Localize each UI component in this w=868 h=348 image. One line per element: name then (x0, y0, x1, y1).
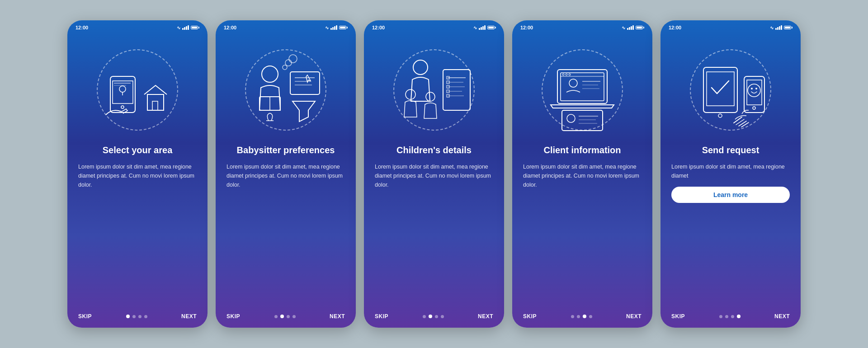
svg-point-16 (285, 60, 292, 66)
skip-button-2[interactable]: SKIP (226, 313, 240, 320)
skip-button-1[interactable]: SKIP (78, 313, 92, 320)
svg-point-44 (567, 114, 575, 122)
time-3: 12:00 (372, 25, 385, 30)
text-area-2: Babysitter preferences Lorem ipsum dolor… (216, 144, 356, 307)
bottom-nav-4: SKIP NEXT (512, 307, 652, 328)
phone-screen-2: 12:00 ∿ (216, 20, 356, 328)
svg-point-15 (283, 65, 287, 70)
dot-5-3 (731, 315, 734, 318)
status-bar-3: 12:00 ∿ (364, 20, 504, 32)
dot-2-2 (280, 315, 284, 318)
learn-more-button[interactable]: Learn more (671, 187, 790, 203)
bottom-nav-1: SKIP NEXT (67, 307, 208, 328)
svg-point-17 (289, 55, 297, 63)
screen-title-3: Children's details (375, 144, 493, 156)
skip-button-3[interactable]: SKIP (375, 313, 388, 320)
children-icon (389, 47, 479, 133)
send-request-icon (685, 47, 776, 133)
text-area-5: Send request Lorem ipsum dolor sit dim a… (660, 144, 801, 307)
illustration-2 (216, 36, 356, 144)
illustration-5 (660, 36, 801, 144)
status-icons-4: ∿ (622, 25, 644, 30)
svg-point-20 (406, 89, 415, 99)
skip-button-4[interactable]: SKIP (523, 313, 537, 320)
screen-body-4: Lorem ipsum dolor sit dim amet, mea regi… (523, 162, 642, 189)
svg-point-37 (566, 74, 567, 75)
dot-3-3 (435, 315, 438, 318)
next-button-1[interactable]: NEXT (181, 313, 197, 320)
svg-point-54 (748, 84, 760, 97)
svg-rect-43 (562, 110, 603, 131)
signal-icon-3 (479, 25, 486, 30)
status-bar-5: 12:00 ∿ (660, 20, 801, 32)
illustration-1 (67, 36, 208, 144)
dot-2-1 (274, 315, 278, 318)
dot-3-4 (441, 315, 444, 318)
area-icon (97, 49, 178, 131)
dots-3 (423, 315, 444, 318)
dots-1 (126, 315, 147, 318)
wifi-icon: ∿ (177, 25, 180, 30)
time-2: 12:00 (224, 25, 236, 30)
next-button-3[interactable]: NEXT (478, 313, 493, 320)
status-bar-1: 12:00 ∿ (67, 20, 208, 32)
time-4: 12:00 (520, 25, 533, 30)
battery-icon-4 (636, 26, 644, 29)
svg-point-55 (751, 88, 753, 89)
dot-5-2 (725, 315, 728, 318)
dots-5 (719, 315, 741, 318)
status-icons-5: ∿ (770, 25, 793, 30)
dot-5-4 (737, 315, 741, 318)
svg-point-38 (569, 74, 571, 75)
bottom-nav-3: SKIP NEXT (364, 307, 504, 328)
dot-2-4 (292, 315, 296, 318)
status-icons-1: ∿ (177, 25, 199, 30)
svg-point-39 (569, 79, 577, 87)
screen-body-3: Lorem ipsum dolor sit dim amet, mea regi… (375, 162, 493, 189)
battery-icon (191, 26, 199, 29)
status-bar-2: 12:00 ∿ (216, 20, 356, 32)
bottom-nav-2: SKIP NEXT (216, 307, 356, 328)
time-5: 12:00 (669, 25, 681, 30)
svg-point-53 (753, 107, 755, 109)
dot-3-2 (429, 315, 432, 318)
next-button-5[interactable]: NEXT (774, 313, 790, 320)
dot-4-4 (589, 315, 592, 318)
dot-4-2 (577, 315, 580, 318)
svg-rect-3 (147, 94, 164, 110)
svg-rect-34 (561, 73, 604, 101)
dots-2 (274, 315, 296, 318)
signal-icon-2 (330, 25, 337, 30)
screen-title-5: Send request (671, 144, 790, 156)
time-1: 12:00 (75, 25, 88, 30)
screens-container: 12:00 ∿ (67, 20, 801, 328)
phone-screen-3: 12:00 ∿ (364, 20, 504, 328)
signal-icon-5 (775, 25, 782, 30)
text-area-3: Children's details Lorem ipsum dolor sit… (364, 144, 504, 307)
screen-title-1: Select your area (78, 144, 197, 156)
client-icon (537, 47, 627, 133)
dot-1-3 (138, 315, 142, 318)
phone-screen-5: 12:00 ∿ (660, 20, 801, 328)
dot-1-1 (126, 315, 130, 318)
svg-point-8 (262, 66, 278, 82)
next-button-4[interactable]: NEXT (626, 313, 642, 320)
status-icons-2: ∿ (325, 25, 348, 30)
skip-button-5[interactable]: SKIP (671, 313, 685, 320)
dot-2-3 (287, 315, 290, 318)
svg-point-19 (413, 60, 428, 75)
status-icons-3: ∿ (473, 25, 496, 30)
battery-icon-2 (339, 26, 348, 29)
signal-icon (182, 25, 189, 30)
screen-body-5: Lorem ipsum dolor sit dim amet, mea regi… (671, 162, 790, 180)
signal-icon-4 (627, 25, 634, 30)
babysitter-icon (241, 47, 331, 133)
text-area-4: Client information Lorem ipsum dolor sit… (512, 144, 652, 307)
screen-body-1: Lorem ipsum dolor sit dim amet, mea regi… (78, 162, 197, 189)
dots-4 (571, 315, 592, 318)
dot-1-4 (144, 315, 147, 318)
svg-rect-49 (707, 72, 734, 106)
next-button-2[interactable]: NEXT (330, 313, 345, 320)
dot-3-1 (423, 315, 426, 318)
svg-point-5 (119, 86, 126, 92)
